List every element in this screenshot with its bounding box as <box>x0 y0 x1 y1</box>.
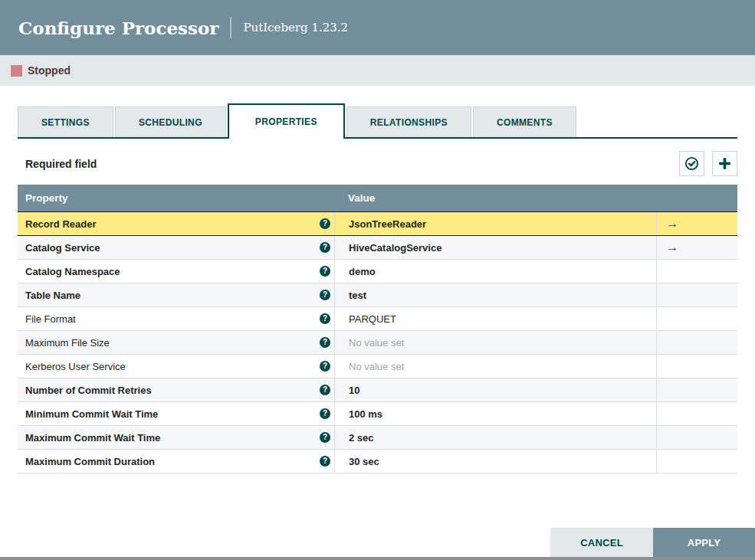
property-value-cell[interactable]: 2 sec <box>334 426 656 449</box>
tab-label: SCHEDULING <box>139 117 202 128</box>
status-bar: Stopped <box>0 55 755 86</box>
question-circle-icon[interactable]: ? <box>320 361 330 372</box>
question-circle-icon[interactable]: ? <box>320 456 330 467</box>
table-row: Kerberos User Service?No value set <box>18 355 737 378</box>
property-name: Kerberos User Service <box>25 361 126 372</box>
question-circle-icon[interactable]: ? <box>320 385 330 395</box>
property-value-cell[interactable]: No value set <box>334 355 656 378</box>
property-value: 10 <box>349 385 359 396</box>
table-row: Minimum Commit Wait Time?100 ms <box>18 402 737 426</box>
property-value-cell[interactable]: PARQUET <box>334 307 656 330</box>
goto-service-cell <box>656 331 737 354</box>
table-row: Catalog Service?HiveCatalogService→ <box>18 236 737 260</box>
goto-service-cell: → <box>656 212 737 235</box>
table-row: Table Name?test <box>18 283 737 307</box>
property-value-cell[interactable]: No value set <box>334 331 656 354</box>
verify-properties-button[interactable] <box>679 151 704 176</box>
tab-bar: SETTINGSSCHEDULINGPROPERTIESRELATIONSHIP… <box>18 103 737 139</box>
property-name-cell: Record Reader? <box>18 212 334 235</box>
cancel-button[interactable]: CANCEL <box>550 528 653 557</box>
column-header-value: Value <box>334 192 656 204</box>
tab-properties[interactable]: PROPERTIES <box>228 103 345 139</box>
property-value-cell[interactable]: HiveCatalogService <box>334 236 656 259</box>
property-value-cell[interactable]: demo <box>334 260 656 283</box>
configure-processor-dialog: Configure Processor PutIceberg 1.23.2 St… <box>0 0 755 560</box>
content-spacer <box>18 473 737 528</box>
question-circle-icon[interactable]: ? <box>320 218 330 229</box>
status-label: Stopped <box>28 64 71 77</box>
goto-service-cell <box>656 402 737 425</box>
property-name: Number of Commit Retries <box>25 385 152 396</box>
property-name-cell: Kerberos User Service? <box>18 355 334 378</box>
property-value-cell[interactable]: 30 sec <box>334 450 656 473</box>
question-circle-icon[interactable]: ? <box>320 242 330 253</box>
goto-service-cell: → <box>656 236 737 259</box>
property-name-cell: Catalog Service? <box>18 236 334 259</box>
property-value-cell[interactable]: 10 <box>334 378 656 401</box>
add-property-button[interactable] <box>712 151 737 176</box>
property-value: No value set <box>349 361 404 372</box>
question-circle-icon[interactable]: ? <box>320 337 330 348</box>
canvas-edge-strip <box>0 557 755 560</box>
question-circle-icon[interactable]: ? <box>320 408 330 419</box>
goto-service-cell <box>656 283 737 306</box>
table-row: Maximum Commit Wait Time?2 sec <box>18 426 737 450</box>
tab-relationships[interactable]: RELATIONSHIPS <box>346 106 471 137</box>
property-name: Maximum Commit Duration <box>25 456 155 467</box>
property-name-cell: Maximum Commit Wait Time? <box>18 426 334 449</box>
tab-settings[interactable]: SETTINGS <box>18 106 113 137</box>
property-name: Record Reader <box>25 218 96 230</box>
property-value: demo <box>349 266 376 277</box>
toolbar-buttons <box>671 151 737 176</box>
tab-label: PROPERTIES <box>255 116 317 127</box>
goto-service-cell <box>656 355 737 378</box>
stopped-status-icon <box>11 65 22 77</box>
property-name-cell: Catalog Namespace? <box>18 260 334 283</box>
property-value: 30 sec <box>349 456 379 467</box>
table-row: Catalog Namespace?demo <box>18 260 737 283</box>
goto-service-cell <box>656 260 737 283</box>
property-name-cell: Maximum Commit Duration? <box>18 450 334 473</box>
table-row: Record Reader?JsonTreeReader→ <box>18 211 737 236</box>
property-value: 2 sec <box>349 432 374 444</box>
property-name-cell: Maximum File Size? <box>18 331 334 354</box>
goto-service-cell <box>656 307 737 330</box>
tab-scheduling[interactable]: SCHEDULING <box>115 106 226 137</box>
property-value-cell[interactable]: 100 ms <box>334 402 656 425</box>
table-row: Maximum File Size?No value set <box>18 331 737 355</box>
property-name: Table Name <box>25 290 80 301</box>
property-name: Maximum File Size <box>25 337 110 349</box>
goto-service-arrow-icon[interactable]: → <box>666 218 678 230</box>
tab-label: RELATIONSHIPS <box>370 117 448 128</box>
dialog-footer: CANCEL APPLY <box>0 528 755 557</box>
properties-table: Property Value Record Reader?JsonTreeRea… <box>18 185 737 473</box>
question-circle-icon[interactable]: ? <box>320 290 330 300</box>
goto-service-arrow-icon[interactable]: → <box>666 241 678 254</box>
question-circle-icon[interactable]: ? <box>320 432 330 443</box>
table-row: Maximum Commit Duration?30 sec <box>18 450 737 473</box>
property-name-cell: Minimum Commit Wait Time? <box>18 402 334 425</box>
column-header-property: Property <box>18 192 334 204</box>
tab-comments[interactable]: COMMENTS <box>473 106 576 137</box>
question-circle-icon[interactable]: ? <box>320 266 330 277</box>
question-circle-icon[interactable]: ? <box>320 313 330 324</box>
tab-label: COMMENTS <box>497 117 553 128</box>
apply-button[interactable]: APPLY <box>653 528 755 557</box>
goto-service-cell <box>656 378 737 401</box>
property-value-cell[interactable]: test <box>334 283 656 306</box>
property-name-cell: Number of Commit Retries? <box>18 378 334 401</box>
table-row: Number of Commit Retries?10 <box>18 378 737 402</box>
property-value: JsonTreeReader <box>349 218 426 230</box>
plus-icon <box>717 156 732 171</box>
goto-service-cell <box>656 426 737 449</box>
required-field-label: Required field <box>18 158 97 170</box>
property-value: No value set <box>349 337 404 349</box>
property-name: File Format <box>25 313 76 325</box>
property-value: test <box>349 290 366 301</box>
property-value-cell[interactable]: JsonTreeReader <box>334 212 656 235</box>
processor-type-version: PutIceberg 1.23.2 <box>243 21 348 34</box>
property-value: 100 ms <box>349 408 382 420</box>
dialog-title: Configure Processor <box>18 18 218 38</box>
dialog-header: Configure Processor PutIceberg 1.23.2 <box>0 0 755 55</box>
table-body: Record Reader?JsonTreeReader→Catalog Ser… <box>18 211 737 473</box>
